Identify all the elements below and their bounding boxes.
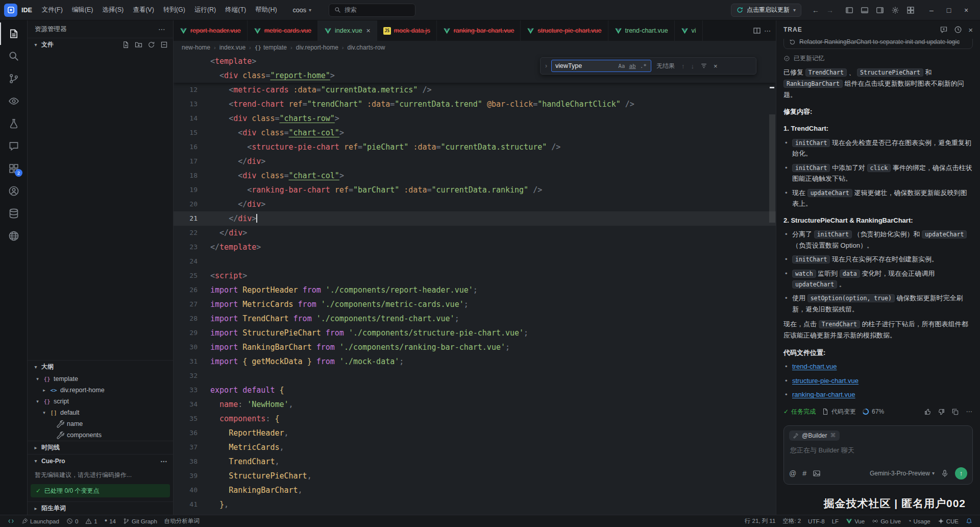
code-line[interactable]: 22 </div> [174,226,776,240]
find-in-selection-icon[interactable] [699,62,709,69]
code-line[interactable]: 26import ReportHeader from './components… [174,283,776,297]
code-changes-button[interactable]: 代码变更 [822,408,856,416]
new-folder-icon[interactable] [135,41,142,49]
layout-sidebar-right-icon[interactable] [876,6,884,14]
breadcrumb-item[interactable]: div.charts-row [348,44,385,51]
layout-panel-bottom-icon[interactable] [861,6,869,14]
tab-trend-chart.vue[interactable]: trend-chart.vue [608,20,675,41]
status-indentation[interactable]: 空格: 2 [779,517,804,525]
close-panel-icon[interactable]: × [968,26,973,34]
menu-item[interactable]: 运行(R) [190,4,220,16]
outline-item[interactable]: ▾[]default [28,407,173,418]
section-cuepro[interactable]: ▾ Cue-Pro ⋯ [28,454,173,467]
code-line[interactable]: 38 TrendChart, [174,454,776,469]
activity-tests[interactable] [0,112,27,135]
global-search-box[interactable]: 搜索 [329,4,415,17]
code-editor[interactable]: <template> <div class="report-home"> 12 … [174,54,776,515]
section-outline[interactable]: ▾ 大纲 [28,360,173,373]
section-unfamiliar-words[interactable]: ▸ 陌生单词 [28,501,173,515]
code-line[interactable]: 35 components: { [174,412,776,426]
status-encoding[interactable]: UTF-8 [804,518,828,524]
copy-icon[interactable] [951,408,959,416]
breadcrumb-item[interactable]: {}template [255,44,287,51]
activity-source-control[interactable] [0,67,27,90]
more-actions-icon[interactable]: ⋯ [965,408,973,416]
code-line[interactable]: 36 ReportHeader, [174,426,776,440]
tab-close-icon[interactable]: × [366,27,371,35]
activity-browser[interactable] [0,225,27,247]
activity-account[interactable] [0,180,27,202]
status-errors[interactable]: 0 [63,518,82,524]
nav-back-icon[interactable]: ← [808,6,823,14]
file-link[interactable]: ranking-bar-chart.vue [792,391,855,398]
tab-ranking-bar-chart.vue[interactable]: ranking-bar-chart.vue [437,20,521,41]
agent-chip[interactable]: @Builder ⌘ [789,430,840,441]
status-auto-analyze-words[interactable]: 自动分析单词 [161,517,203,525]
activity-explorer[interactable] [0,22,27,45]
menu-item[interactable]: 转到(G) [159,4,190,16]
match-case-icon[interactable]: Aa [616,63,627,69]
code-line[interactable]: 17 </div> [174,154,776,169]
settings-gear-icon[interactable] [891,6,899,14]
activity-chat[interactable] [0,135,27,157]
code-line[interactable]: 20 </div> [174,197,776,211]
menu-item[interactable]: 选择(S) [97,4,128,16]
image-attach-icon[interactable] [813,469,821,477]
workspace-switcher[interactable]: coos ▾ [289,5,315,15]
code-line[interactable]: 27import MetricCards from './components/… [174,297,776,312]
code-line[interactable]: 21 </div> [174,211,776,226]
code-line[interactable]: 23</template> [174,240,776,254]
minimize-button[interactable]: – [923,6,940,14]
thumbs-down-icon[interactable] [938,408,945,416]
find-previous-icon[interactable]: ↑ [680,62,687,70]
restart-update-button[interactable]: 点击重启以更新 ▾ [731,4,801,17]
code-line[interactable]: 30import RankingBarChart from './compone… [174,340,776,354]
chat-input-box[interactable]: @Builder ⌘ 您正在与 Builder 聊天 @ # Gemini-3-… [783,425,973,485]
tab-report-header.vue[interactable]: report-header.vue [174,20,248,41]
status-language-mode[interactable]: Vue [842,518,868,524]
refresh-explorer-icon[interactable] [148,41,155,49]
send-button[interactable]: ↑ [955,467,967,480]
tab-mock-data.js[interactable]: JSmock-data.js [377,20,437,41]
menu-item[interactable]: 查看(V) [128,4,159,16]
breadcrumb-item[interactable]: index.vue [219,44,246,51]
code-line[interactable]: 19 <ranking-bar-chart ref="barChart" :da… [174,183,776,197]
code-line[interactable]: 16 <structure-pie-chart ref="pieChart" :… [174,140,776,154]
tab-metric-cards.vue[interactable]: metric-cards.vue [248,20,318,41]
history-icon[interactable] [954,26,962,34]
outline-item[interactable]: ▾{}template [28,373,173,385]
new-file-icon[interactable] [122,41,130,49]
status-cursor-position[interactable]: 行 21, 列 11 [741,517,779,525]
code-line[interactable]: 29import StructurePieChart from './compo… [174,326,776,340]
model-selector[interactable]: Gemini-3-Pro-Preview ▾ [870,470,935,477]
customize-layout-icon[interactable] [906,6,915,14]
code-line[interactable]: 40 RankingBarChart, [174,483,776,497]
menu-item[interactable]: 终端(T) [220,4,251,16]
status-remote[interactable] [4,518,18,524]
status-dot-count[interactable]: ●14 [101,518,119,524]
maximize-button[interactable]: □ [940,6,958,14]
code-line[interactable]: 33export default { [174,383,776,397]
scrollbar-thumb[interactable] [769,114,775,223]
menu-item[interactable]: 文件(F) [37,4,67,16]
app-logo-icon[interactable] [4,4,17,17]
tab-index.vue[interactable]: index.vue× [318,20,377,41]
code-line[interactable]: 28import TrendChart from './components/t… [174,312,776,326]
tab-vi[interactable]: vi [675,20,703,41]
more-actions-icon[interactable]: ⋯ [160,457,168,465]
status-cue[interactable]: CUE [934,518,962,524]
mic-icon[interactable] [941,469,949,477]
more-actions-icon[interactable]: ⋯ [158,25,166,33]
close-button[interactable]: × [958,6,975,14]
code-line[interactable]: 37 MetricCards, [174,440,776,454]
breadcrumb-item[interactable]: div.report-home [296,44,338,51]
split-editor-icon[interactable] [753,27,761,35]
file-tree-empty-area[interactable] [28,51,173,360]
section-timeline[interactable]: ▸ 时间线 [28,441,173,454]
new-chat-icon[interactable] [940,26,948,34]
editor-scrollbar[interactable] [769,54,776,515]
more-editor-actions-icon[interactable]: ⋯ [764,27,771,35]
status-go-live[interactable]: Go Live [868,518,904,524]
outline-item[interactable]: ▸<>div.report-home [28,385,173,396]
memory-updated-note[interactable]: 已更新记忆 [783,54,973,63]
